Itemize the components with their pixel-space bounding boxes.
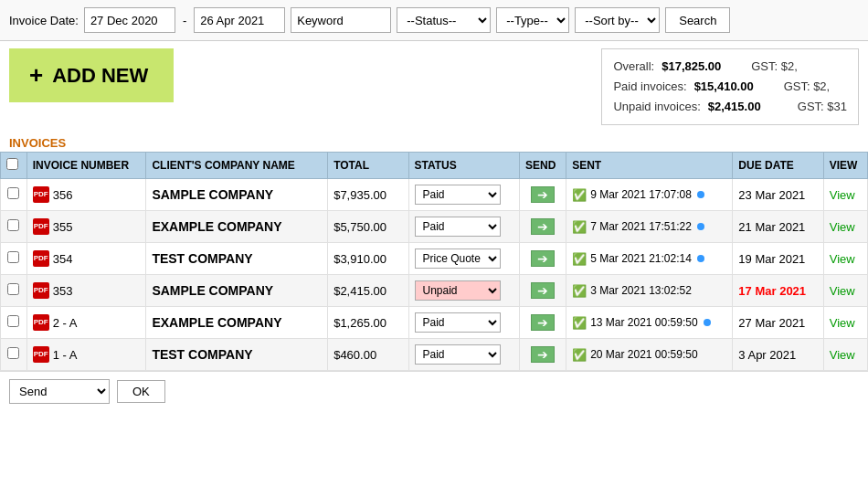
search-button[interactable]: Search xyxy=(665,7,730,33)
header-checkbox xyxy=(1,153,27,179)
date-to-input[interactable] xyxy=(194,7,285,33)
type-select[interactable]: --Type-- xyxy=(496,7,569,33)
send-cell: ➔ xyxy=(519,275,566,307)
sent-dot xyxy=(697,191,704,198)
due-date: 23 Mar 2021 xyxy=(738,188,805,202)
date-separator: - xyxy=(183,14,186,27)
view-link[interactable]: View xyxy=(830,220,855,234)
view-cell: View xyxy=(823,307,867,339)
row-checkbox[interactable] xyxy=(7,251,19,263)
table-row: PDF1 - ATEST COMPANY$460.00 Paid Unpaid … xyxy=(1,339,868,371)
row-checkbox[interactable] xyxy=(7,283,19,295)
overall-row: Overall: $17,825.00 GST: $2, xyxy=(613,57,847,77)
overall-amount: $17,825.00 xyxy=(662,57,744,77)
sent-dot xyxy=(704,319,711,326)
due-date-cell: 3 Apr 2021 xyxy=(733,339,823,371)
status-dropdown[interactable]: Paid Unpaid Price Quote xyxy=(415,248,501,269)
row-checkbox-cell xyxy=(1,307,27,339)
pdf-icon[interactable]: PDF xyxy=(33,314,49,331)
select-all-checkbox[interactable] xyxy=(6,158,18,170)
view-link[interactable]: View xyxy=(830,316,855,330)
row-checkbox[interactable] xyxy=(7,187,19,199)
total-cell: $2,415.00 xyxy=(328,275,408,307)
sent-checkmark: ✅ xyxy=(572,348,587,362)
paid-label: Paid invoices: xyxy=(613,77,686,97)
status-cell: Paid Unpaid Price Quote xyxy=(408,275,519,307)
invoices-title: INVOICES xyxy=(0,132,868,152)
invoice-number-cell: PDF356 xyxy=(26,179,146,211)
view-link[interactable]: View xyxy=(830,188,855,202)
due-date: 3 Apr 2021 xyxy=(738,348,796,362)
sent-date: 7 Mar 2021 17:51:22 xyxy=(590,220,692,233)
table-row: PDF356SAMPLE COMPANY$7,935.00 Paid Unpai… xyxy=(1,179,868,211)
status-cell: Paid Unpaid Price Quote xyxy=(408,243,519,275)
send-arrow-button[interactable]: ➔ xyxy=(531,218,555,235)
row-checkbox-cell xyxy=(1,179,27,211)
company-name-cell: SAMPLE COMPANY xyxy=(146,275,328,307)
unpaid-gst: GST: $31 xyxy=(798,97,847,117)
invoice-table: INVOICE NUMBER CLIENT'S COMPANY NAME TOT… xyxy=(0,152,868,371)
status-dropdown[interactable]: Paid Unpaid Price Quote xyxy=(415,344,501,365)
paid-amount: $15,410.00 xyxy=(694,77,777,97)
sort-select[interactable]: --Sort by-- xyxy=(575,7,660,33)
paid-gst: GST: $2, xyxy=(784,77,831,97)
send-arrow-button[interactable]: ➔ xyxy=(531,346,555,363)
pdf-icon[interactable]: PDF xyxy=(33,186,49,203)
status-cell: Paid Unpaid Price Quote xyxy=(408,339,519,371)
view-link[interactable]: View xyxy=(830,252,855,266)
ok-button[interactable]: OK xyxy=(117,380,165,403)
pdf-icon[interactable]: PDF xyxy=(33,250,49,267)
status-dropdown[interactable]: Paid Unpaid Price Quote xyxy=(415,280,501,301)
view-link[interactable]: View xyxy=(830,284,855,298)
row-checkbox-cell xyxy=(1,339,27,371)
row-checkbox-cell xyxy=(1,243,27,275)
status-dropdown[interactable]: Paid Unpaid Price Quote xyxy=(415,217,501,237)
total-cell: $5,750.00 xyxy=(328,211,408,243)
sent-dot xyxy=(697,255,704,262)
view-cell: View xyxy=(823,211,867,243)
invoice-number-cell: PDF1 - A xyxy=(26,339,146,371)
header-status: STATUS xyxy=(408,153,519,179)
pdf-icon[interactable]: PDF xyxy=(33,282,49,299)
invoice-date-label: Invoice Date: xyxy=(9,14,79,27)
send-arrow-button[interactable]: ➔ xyxy=(531,314,555,331)
sent-date: 3 Mar 2021 13:02:52 xyxy=(590,284,692,297)
sent-checkmark: ✅ xyxy=(572,316,587,330)
second-row: + ADD NEW Overall: $17,825.00 GST: $2, P… xyxy=(0,41,868,132)
keyword-input[interactable] xyxy=(291,7,391,33)
plus-icon: + xyxy=(29,61,43,90)
bulk-action-select[interactable]: Send Email Print xyxy=(9,379,110,404)
pdf-icon[interactable]: PDF xyxy=(33,218,49,235)
status-dropdown[interactable]: Paid Unpaid Price Quote xyxy=(415,312,501,333)
company-name-cell: SAMPLE COMPANY xyxy=(146,179,328,211)
send-arrow-button[interactable]: ➔ xyxy=(531,282,555,299)
company-name-cell: EXAMPLE COMPANY xyxy=(146,211,328,243)
view-cell: View xyxy=(823,179,867,211)
invoice-number: 356 xyxy=(53,188,73,202)
row-checkbox[interactable] xyxy=(7,219,19,231)
table-header-row: INVOICE NUMBER CLIENT'S COMPANY NAME TOT… xyxy=(1,153,868,179)
overall-gst: GST: $2, xyxy=(751,57,798,77)
company-name-cell: TEST COMPANY xyxy=(146,339,328,371)
sent-cell: ✅13 Mar 2021 00:59:50 xyxy=(566,307,733,339)
status-dropdown[interactable]: Paid Unpaid Price Quote xyxy=(415,185,501,205)
row-checkbox[interactable] xyxy=(7,315,19,327)
send-arrow-button[interactable]: ➔ xyxy=(531,250,555,267)
status-select[interactable]: --Status-- Paid Unpaid Price Quote xyxy=(397,7,491,33)
pdf-icon[interactable]: PDF xyxy=(33,346,49,363)
status-cell: Paid Unpaid Price Quote xyxy=(408,179,519,211)
status-cell: Paid Unpaid Price Quote xyxy=(408,307,519,339)
table-row: PDF2 - AEXAMPLE COMPANY$1,265.00 Paid Un… xyxy=(1,307,868,339)
due-date-cell: 21 Mar 2021 xyxy=(733,211,823,243)
unpaid-row: Unpaid invoices: $2,415.00 GST: $31 xyxy=(613,97,847,117)
status-cell: Paid Unpaid Price Quote xyxy=(408,211,519,243)
send-arrow-button[interactable]: ➔ xyxy=(531,186,555,203)
invoice-number: 353 xyxy=(53,284,73,298)
view-link[interactable]: View xyxy=(830,348,855,362)
invoice-number-cell: PDF2 - A xyxy=(26,307,146,339)
row-checkbox[interactable] xyxy=(7,347,19,359)
add-new-button[interactable]: + ADD NEW xyxy=(9,48,174,102)
date-from-input[interactable] xyxy=(84,7,175,33)
due-date: 17 Mar 2021 xyxy=(738,284,806,298)
invoice-number-cell: PDF354 xyxy=(26,243,146,275)
